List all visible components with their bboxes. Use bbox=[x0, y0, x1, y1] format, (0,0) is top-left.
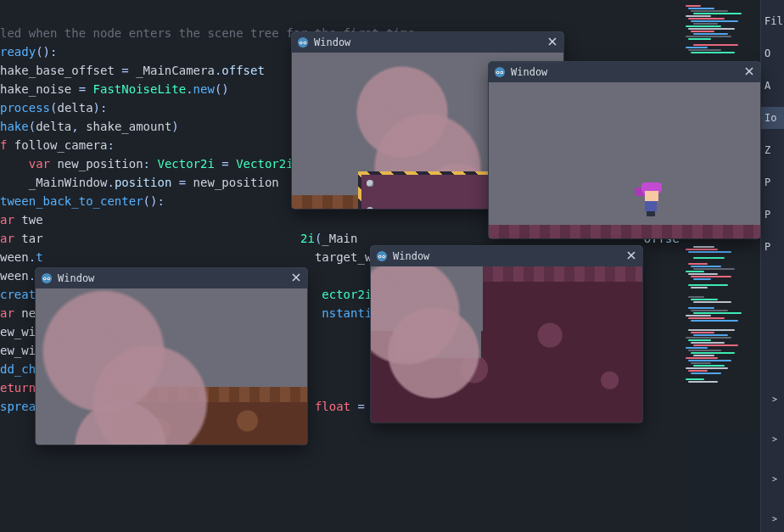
game-viewport bbox=[36, 288, 307, 445]
code-token: . bbox=[107, 176, 114, 189]
code-token: _MainCamera bbox=[136, 64, 215, 77]
code-token: hake bbox=[0, 120, 29, 133]
code-token: : bbox=[143, 157, 158, 171]
inspector-row[interactable] bbox=[761, 32, 784, 42]
code-token: t bbox=[36, 250, 42, 264]
svg-point-18 bbox=[383, 256, 384, 258]
window-title: Window bbox=[314, 36, 546, 48]
code-token: ar bbox=[0, 232, 21, 245]
minimap-line bbox=[688, 381, 718, 383]
minimap-line bbox=[686, 357, 718, 359]
svg-point-4 bbox=[304, 42, 305, 44]
inspector-row[interactable]: Z bbox=[761, 139, 784, 161]
godot-icon bbox=[376, 250, 388, 262]
code-token: var bbox=[29, 157, 58, 171]
minimap-line bbox=[688, 49, 721, 51]
close-icon[interactable] bbox=[743, 65, 755, 80]
close-icon[interactable] bbox=[290, 272, 302, 286]
inspector-row[interactable]: P bbox=[761, 236, 784, 258]
code-token: float bbox=[315, 400, 350, 413]
svg-point-0 bbox=[298, 37, 308, 48]
code-token: FastNoiseLite bbox=[93, 82, 187, 96]
code-token: shake_amount bbox=[86, 120, 171, 133]
game-window[interactable]: Window bbox=[36, 268, 307, 445]
scene-dust-cloud bbox=[383, 297, 484, 399]
code-token: : bbox=[107, 138, 114, 152]
godot-icon bbox=[494, 66, 506, 78]
code-token: tar bbox=[21, 232, 300, 245]
minimap-line bbox=[691, 276, 731, 277]
minimap-line bbox=[686, 5, 701, 7]
minimap-line bbox=[691, 332, 714, 333]
rivet-icon bbox=[367, 180, 373, 187]
scene-sky bbox=[489, 82, 760, 238]
game-window[interactable]: Window bbox=[371, 246, 642, 423]
minimap-line bbox=[693, 344, 738, 346]
window-titlebar[interactable]: Window bbox=[36, 268, 307, 288]
minimap-line bbox=[686, 25, 721, 27]
code-token: = bbox=[171, 176, 193, 189]
inspector-row[interactable] bbox=[761, 97, 784, 107]
minimap-line bbox=[688, 360, 731, 361]
inspector-row[interactable] bbox=[761, 161, 784, 171]
inspector-row[interactable]: O bbox=[761, 42, 784, 64]
godot-icon bbox=[41, 272, 53, 284]
minimap-line bbox=[686, 47, 708, 48]
minimap-line bbox=[693, 268, 735, 270]
inspector-rows: FilOAIoZPPP bbox=[761, 10, 784, 258]
chevron-right-icon[interactable]: > bbox=[770, 511, 779, 527]
minimap-line bbox=[688, 28, 735, 30]
inspector-row[interactable] bbox=[761, 226, 784, 236]
svg-point-24 bbox=[44, 278, 46, 280]
minimap-line bbox=[691, 10, 728, 12]
minimap-line bbox=[693, 278, 711, 280]
inspector-row[interactable]: P bbox=[761, 171, 784, 193]
svg-point-11 bbox=[501, 72, 502, 74]
inspector-row[interactable]: P bbox=[761, 204, 784, 226]
close-icon[interactable] bbox=[625, 249, 637, 264]
code-token: ): bbox=[93, 101, 108, 115]
minimap-line bbox=[686, 378, 704, 380]
minimap-line bbox=[688, 251, 731, 253]
window-title: Window bbox=[393, 250, 625, 262]
chevron-right-icon[interactable]: > bbox=[770, 431, 779, 447]
minimap-line bbox=[688, 307, 714, 309]
code-token: position bbox=[115, 176, 171, 189]
minimap-line bbox=[691, 287, 708, 288]
minimap-line bbox=[686, 337, 731, 339]
code-token: ector2i bbox=[322, 288, 372, 301]
svg-point-21 bbox=[42, 273, 52, 283]
window-titlebar[interactable]: Window bbox=[292, 32, 563, 53]
inspector-row[interactable]: Fil bbox=[761, 10, 784, 32]
code-token: = bbox=[215, 157, 236, 171]
window-titlebar[interactable]: Window bbox=[371, 246, 642, 266]
game-window[interactable]: Window bbox=[489, 62, 760, 238]
minimap-line bbox=[688, 370, 708, 372]
inspector-panel: FilOAIoZPPP >>>> bbox=[760, 0, 784, 532]
code-token: new_position bbox=[57, 157, 143, 171]
close-icon[interactable] bbox=[546, 36, 558, 50]
inspector-row[interactable]: A bbox=[761, 75, 784, 97]
code-token: 2i bbox=[300, 232, 315, 245]
code-token: = bbox=[79, 82, 93, 96]
chevron-right-icon[interactable]: > bbox=[770, 471, 779, 487]
minimap-line bbox=[686, 15, 711, 17]
code-token: ready bbox=[0, 45, 36, 59]
code-token: offset bbox=[221, 64, 265, 77]
minimap-line bbox=[693, 334, 728, 336]
inspector-row[interactable]: Io bbox=[761, 107, 784, 129]
chevron-right-icon[interactable]: > bbox=[770, 391, 779, 407]
inspector-row[interactable] bbox=[761, 64, 784, 75]
minimap-line bbox=[688, 273, 718, 275]
code-token: ar bbox=[0, 213, 21, 227]
minimap-line bbox=[686, 271, 704, 272]
code-token: twe bbox=[21, 213, 42, 227]
svg-point-10 bbox=[497, 72, 499, 74]
game-viewport bbox=[371, 266, 642, 423]
minimap-line bbox=[693, 312, 742, 314]
inspector-row[interactable] bbox=[761, 129, 784, 139]
minimap-line bbox=[688, 296, 704, 298]
minimap-line bbox=[688, 18, 725, 20]
window-titlebar[interactable]: Window bbox=[489, 62, 760, 82]
inspector-row[interactable] bbox=[761, 193, 784, 204]
